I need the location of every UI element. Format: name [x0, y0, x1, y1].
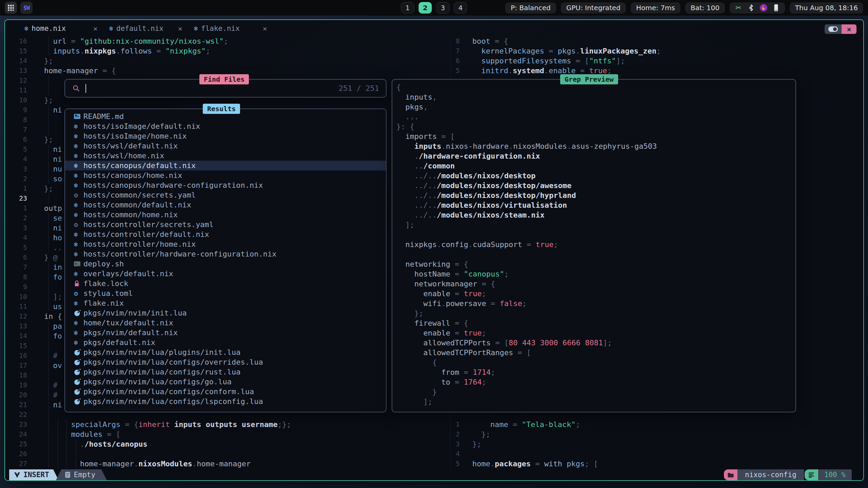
- result-item[interactable]: ❄hosts/wsl/default.nix: [65, 141, 386, 151]
- result-item[interactable]: pkgs/nvim/nvim/lua/configs/lspconfig.lua: [65, 396, 386, 406]
- indent-guide: [48, 262, 49, 272]
- tab-close-icon[interactable]: ×: [178, 24, 182, 33]
- launcher-button[interactable]: [5, 2, 17, 14]
- folder-icon: [727, 472, 734, 478]
- result-item[interactable]: pkgs/nvim/nvim/init.lua: [65, 308, 386, 318]
- line-number: 5: [451, 66, 460, 76]
- results-list: M↓README.md❄hosts/isoImage/default.nix❄h…: [65, 109, 386, 406]
- result-item[interactable]: ❄hosts/wsl/home.nix: [65, 151, 386, 161]
- result-item[interactable]: ❄hosts/canopus/home.nix: [65, 170, 386, 180]
- indent-guide: [48, 459, 49, 469]
- code-line: 15 inputs.nixpkgs.follows = "nixpkgs";: [5, 46, 450, 56]
- toggle-button[interactable]: [825, 24, 842, 34]
- indent-guide: [76, 459, 76, 469]
- bluetooth-icon[interactable]: [747, 4, 755, 12]
- indent-guide: [48, 420, 49, 429]
- result-item[interactable]: flake.lock: [65, 279, 386, 288]
- result-item[interactable]: ⚙hosts/common/secrets.yaml: [65, 190, 386, 200]
- result-item[interactable]: ❄hosts/common/default.nix: [65, 200, 386, 210]
- preview-line: {: [396, 358, 795, 367]
- result-item[interactable]: ❄hosts/isoImage/default.nix: [65, 121, 386, 131]
- workspace-button-4[interactable]: 4: [454, 2, 467, 14]
- result-item[interactable]: ❄home/tux/default.nix: [65, 318, 386, 328]
- indent-guide: [48, 400, 49, 410]
- phone-icon[interactable]: [772, 4, 780, 12]
- tab-close-icon[interactable]: ×: [263, 24, 267, 33]
- result-item[interactable]: pkgs/nvim/nvim/lua/configs/overrides.lua: [65, 357, 386, 367]
- code-line: 6 supportedFilesystems = ["ntfs"];: [451, 56, 863, 66]
- nix-icon: ❄: [74, 211, 78, 219]
- result-item[interactable]: ❄hosts/controller/default.nix: [65, 229, 386, 239]
- tab-close-icon[interactable]: ×: [93, 24, 98, 33]
- result-item[interactable]: ❄flake.nix: [65, 298, 386, 308]
- result-item[interactable]: pkgs/nvim/nvim/lua/configs/conform.lua: [65, 387, 386, 396]
- window-close-button[interactable]: ×: [842, 24, 856, 34]
- indent-guide: [48, 164, 49, 174]
- result-item[interactable]: pkgs/nvim/nvim/lua/configs/rust.lua: [65, 367, 386, 377]
- result-label: pkgs/default.nix: [83, 338, 155, 347]
- result-item[interactable]: >_deploy.sh: [65, 259, 386, 269]
- code-line: 16 url = "github:nix-community/nixos-wsl…: [5, 36, 450, 46]
- preview-line: ../common: [396, 161, 795, 171]
- line-number: 1: [5, 203, 27, 213]
- purple-badge-icon: [760, 4, 768, 12]
- workspace-switcher: 1234: [401, 0, 467, 16]
- gear-icon: ⚙: [74, 289, 78, 298]
- indent-guide: [48, 282, 49, 292]
- result-item[interactable]: ❄hosts/canopus/default.nix: [65, 161, 386, 170]
- result-label: pkgs/nvim/nvim/lua/configs/overrides.lua: [83, 358, 263, 366]
- result-item[interactable]: ⚙stylua.toml: [65, 288, 386, 298]
- indent-guide: [48, 243, 49, 252]
- line-number: 21: [5, 400, 27, 410]
- nix-icon: ❄: [74, 240, 78, 248]
- result-label: hosts/wsl/default.nix: [83, 142, 178, 150]
- list-icon: [808, 472, 815, 478]
- indent-guide: [48, 272, 49, 282]
- result-item[interactable]: ⚙hosts/controller/secrets.yaml: [65, 220, 386, 229]
- result-label: hosts/canopus/home.nix: [83, 171, 182, 180]
- preview-line: ../../modules/nixos/desktop/awesome: [396, 181, 795, 190]
- result-item[interactable]: ❄hosts/canopus/hardware-configuration.ni…: [65, 180, 386, 190]
- vim-icon: [14, 472, 20, 478]
- nix-icon: ❄: [74, 122, 78, 130]
- tab-bar: ❄home.nix×❄default.nix×❄flake.nix×: [5, 20, 863, 37]
- line-number: 15: [5, 46, 27, 56]
- line-number: 18: [5, 370, 27, 380]
- purple-badge-icon[interactable]: [760, 4, 768, 12]
- nix-icon: ❄: [74, 162, 78, 170]
- mode-label: INSERT: [23, 471, 49, 479]
- result-item[interactable]: ❄hosts/controller/hardware-configuration…: [65, 249, 386, 259]
- code-line: 4: [451, 449, 863, 459]
- status-pill: GPU: Integrated: [561, 2, 626, 14]
- code-line: 8boot = {: [451, 36, 863, 46]
- tab-flake.nix[interactable]: ❄flake.nix×: [194, 24, 279, 33]
- sw-badge-label: $W: [23, 4, 29, 11]
- result-label: hosts/common/secrets.yaml: [83, 191, 196, 199]
- workspace-button-3[interactable]: 3: [436, 2, 450, 14]
- result-label: stylua.toml: [83, 289, 133, 298]
- indent-guide: [48, 36, 49, 46]
- grep-preview-panel: { inputs, pkgs, ...}: { imports = [ inpu…: [392, 79, 796, 412]
- lua-icon: [74, 388, 81, 395]
- code-line: 3};: [451, 439, 863, 449]
- result-item[interactable]: ❄hosts/isoImage/home.nix: [65, 131, 386, 141]
- result-item[interactable]: pkgs/nvim/nvim/lua/plugins/init.lua: [65, 347, 386, 357]
- window-controls: ×: [825, 24, 856, 34]
- nix-icon: ❄: [74, 132, 78, 140]
- result-item[interactable]: ❄overlays/default.nix: [65, 269, 386, 279]
- workspace-button-1[interactable]: 1: [401, 2, 414, 14]
- result-item[interactable]: ❄pkgs/default.nix: [65, 338, 386, 347]
- tab-default.nix[interactable]: ❄default.nix×: [109, 24, 194, 33]
- result-item[interactable]: ❄pkgs/nvim/default.nix: [65, 328, 386, 338]
- workspace-button-2[interactable]: 2: [419, 2, 432, 14]
- scissors-icon[interactable]: ✂: [734, 4, 743, 12]
- line-number: 14: [5, 56, 27, 66]
- preview-line: ];: [396, 220, 795, 230]
- result-item[interactable]: pkgs/nvim/nvim/lua/configs/go.lua: [65, 377, 386, 387]
- result-item[interactable]: ❄hosts/controller/home.nix: [65, 239, 386, 249]
- result-item[interactable]: ❄hosts/common/home.nix: [65, 210, 386, 220]
- sw-badge[interactable]: $W: [20, 2, 33, 14]
- code-line: 2 };: [451, 429, 863, 439]
- file-indicator: Empty: [56, 469, 107, 480]
- tab-home.nix[interactable]: ❄home.nix×: [24, 24, 109, 33]
